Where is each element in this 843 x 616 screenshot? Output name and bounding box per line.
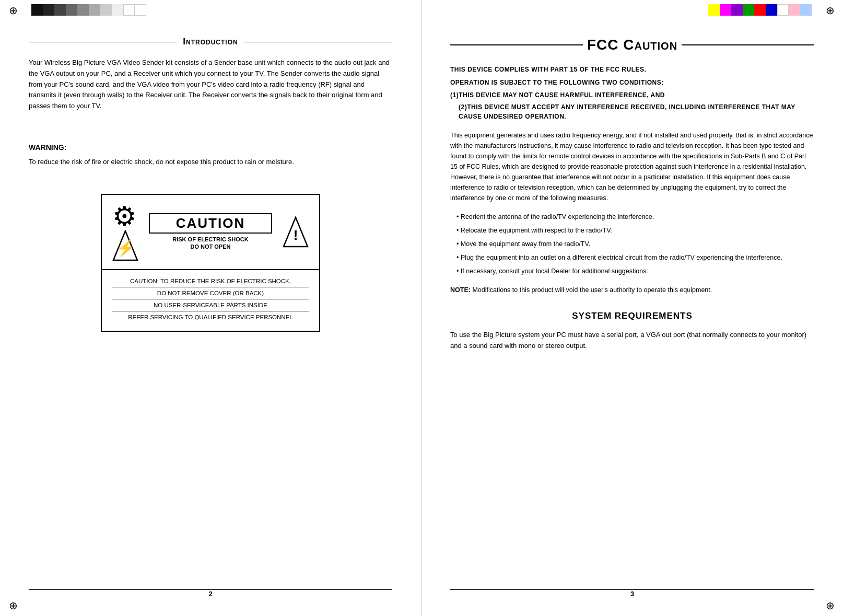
intro-heading-line-right: [244, 42, 392, 42]
fcc-paragraph-1: This equipment generates and uses radio …: [450, 130, 814, 203]
fcc-body: THIS DEVICE COMPLIES WITH PART 15 OF THE…: [450, 65, 814, 295]
caution-line3: NO USER-SERVICEABLE PARTS INSIDE: [112, 302, 309, 311]
fcc-bullet-4: • Plug the equipment into an outlet on a…: [450, 252, 814, 263]
warning-section: WARNING: To reduce the risk of fire or e…: [29, 143, 392, 168]
page-number-left: 2: [208, 590, 212, 598]
intro-heading: Introduction: [29, 37, 392, 47]
fcc-bullet-3: • Move the equipment away from the radio…: [450, 239, 814, 249]
exclamation-icon: !: [283, 216, 309, 248]
svg-text:!: !: [294, 227, 298, 243]
caution-line4: REFER SERVICING TO QUALIFIED SERVICE PER…: [112, 314, 309, 323]
system-requirements-section: SYSTEM REQUIREMENTS To use the Big Pictu…: [450, 311, 814, 352]
fcc-heading-line-left: [450, 44, 583, 45]
fcc-bullet-2: • Relocate the equipment with respect to…: [450, 225, 814, 236]
fcc-heading-line-right: [682, 44, 814, 45]
page-number-right: 3: [630, 590, 634, 598]
fcc-bullet-1: • Reorient the antenna of the radio/TV e…: [450, 212, 814, 222]
fcc-title: FCC Caution: [587, 37, 677, 53]
caution-box-top: ⚙ ⚡ CAUTION RISK OF ELECTRIC SHOCK DO NO…: [102, 195, 319, 270]
note-body: Modifications to this product will void …: [472, 286, 712, 294]
fcc-heading: FCC Caution: [450, 37, 814, 53]
fcc-note: NOTE: Modifications to this product will…: [450, 285, 814, 295]
page-container: ⊕ ⊕ ⊕ ⊕ Introduction Your: [0, 0, 843, 616]
warning-title: WARNING:: [29, 143, 392, 152]
lightning-bolt-icon: ⚙ ⚡: [112, 203, 138, 261]
fcc-rule-4: (2)THIS DEVICE MUST ACCEPT ANY INTERFERE…: [450, 102, 814, 122]
note-label: NOTE:: [450, 286, 471, 294]
fcc-bullet-5: • If necessary, consult your local Deale…: [450, 266, 814, 276]
caution-center: CAUTION RISK OF ELECTRIC SHOCK DO NOT OP…: [149, 213, 272, 251]
fcc-rule-2: OPERATION IS SUBJECT TO THE FOLLOWING TW…: [450, 78, 814, 88]
fcc-rule-1: THIS DEVICE COMPLIES WITH PART 15 OF THE…: [450, 65, 814, 75]
risk-line2: DO NOT OPEN: [190, 243, 230, 250]
intro-heading-line-left: [29, 42, 177, 42]
sysreq-title: SYSTEM REQUIREMENTS: [450, 311, 814, 321]
warning-body: To reduce the risk of fire or electric s…: [29, 157, 392, 168]
caution-word: CAUTION: [149, 213, 272, 234]
caution-box: ⚙ ⚡ CAUTION RISK OF ELECTRIC SHOCK DO NO…: [101, 194, 320, 332]
fcc-rule-3: (1)THIS DEVICE MAY NOT CAUSE HARMFUL INT…: [450, 90, 814, 100]
right-page: FCC Caution THIS DEVICE COMPLIES WITH PA…: [421, 0, 843, 616]
sysreq-body: To use the Big Picture system your PC mu…: [450, 330, 814, 352]
caution-subtitle: RISK OF ELECTRIC SHOCK DO NOT OPEN: [149, 236, 272, 251]
left-page: Introduction Your Wireless Big Picture V…: [0, 0, 421, 616]
caution-box-bottom: CAUTION: TO REDUCE THE RISK OF ELECTRIC …: [102, 270, 319, 331]
svg-text:⚡: ⚡: [116, 239, 136, 258]
caution-line1: CAUTION: TO REDUCE THE RISK OF ELECTRIC …: [112, 278, 309, 287]
caution-line2: DO NOT REMOVE COVER (OR BACK): [112, 290, 309, 299]
intro-title: Introduction: [183, 37, 238, 47]
intro-body: Your Wireless Big Picture VGA Video Send…: [29, 57, 392, 112]
risk-line1: RISK OF ELECTRIC SHOCK: [172, 236, 248, 242]
